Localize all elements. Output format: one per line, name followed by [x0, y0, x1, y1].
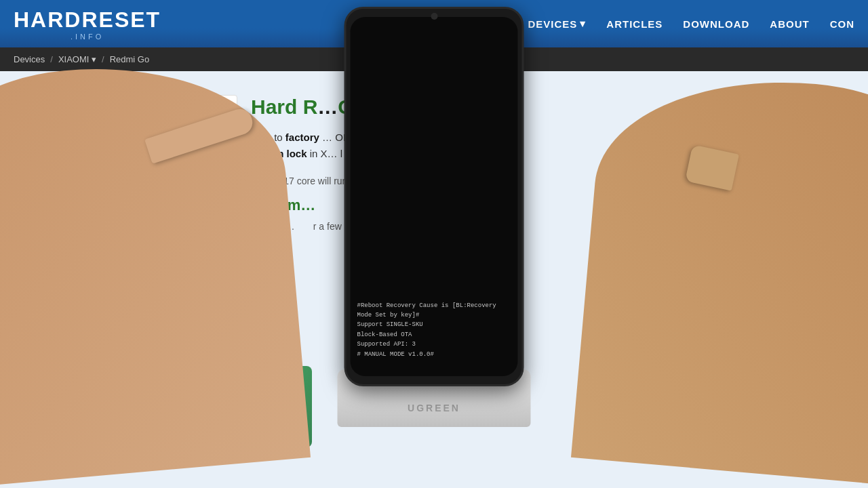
- recovery-line-2: Support SINGLE-SKU: [357, 320, 511, 329]
- recovery-line-4: Supported API: 3: [357, 340, 511, 349]
- chevron-down-icon-breadcrumb: ▾: [92, 54, 96, 64]
- nav-devices-label: DEVICES: [528, 18, 577, 30]
- sidebar-dropdown[interactable]: Hard Reset ▾: [31, 126, 226, 146]
- nav-devices[interactable]: DEVICES ▾: [528, 18, 586, 30]
- logo[interactable]: HARDRESET .INFO: [14, 7, 161, 41]
- recovery-line-5: # MANUAL MODE v1.0.0#: [357, 350, 511, 359]
- breadcrumb-xiaomi-label: XIAOMI: [58, 54, 90, 64]
- phone-body: #Reboot Recovery Cause is [BL:Recovery M…: [344, 7, 524, 386]
- recovery-line-1: #Reboot Recovery Cause is [BL:Recovery M…: [357, 301, 511, 321]
- breadcrumb-sep-1: /: [50, 54, 53, 64]
- background-phone-image: [264, 366, 312, 447]
- chevron-down-icon-sidebar: ▾: [214, 131, 219, 142]
- nav-contact-partial[interactable]: CON: [830, 18, 854, 30]
- article-title-partial: Hard R: [251, 96, 317, 118]
- nav-about[interactable]: ABOUT: [770, 18, 809, 30]
- breadcrumb-devices[interactable]: Devices: [14, 54, 45, 64]
- nav-articles[interactable]: ARTICLES: [606, 18, 663, 30]
- stand-brand-label: UGREEN: [408, 403, 460, 413]
- nav-download[interactable]: DOWNLOAD: [683, 18, 749, 30]
- phone-screen: #Reboot Recovery Cause is [BL:Recovery M…: [351, 17, 518, 376]
- sidebar-dropdown-label: Hard Reset: [39, 131, 87, 142]
- logo-main-text: HARDRESET: [14, 7, 161, 33]
- breadcrumb-current-page: Redmi Go: [110, 54, 150, 64]
- phone-container: UGREEN #Reboot Recovery Cause is [BL:Rec…: [336, 7, 532, 427]
- breadcrumb-xiaomi[interactable]: XIAOMI ▾: [58, 54, 96, 64]
- sidebar: Available options Hard Reset ▾ Hard Rese…: [20, 95, 237, 184]
- logo-sub-text: .INFO: [14, 33, 161, 41]
- recovery-line-3: Block-Based OTA: [357, 330, 511, 340]
- breadcrumb-sep-2: /: [102, 54, 104, 64]
- chevron-down-icon: ▾: [580, 18, 586, 30]
- front-camera-icon: [431, 13, 437, 20]
- sidebar-selected-button[interactable]: Hard Reset: [31, 152, 226, 174]
- phone-recovery-text-area: #Reboot Recovery Cause is [BL:Recovery M…: [357, 301, 511, 359]
- sidebar-title: Available options: [31, 106, 226, 118]
